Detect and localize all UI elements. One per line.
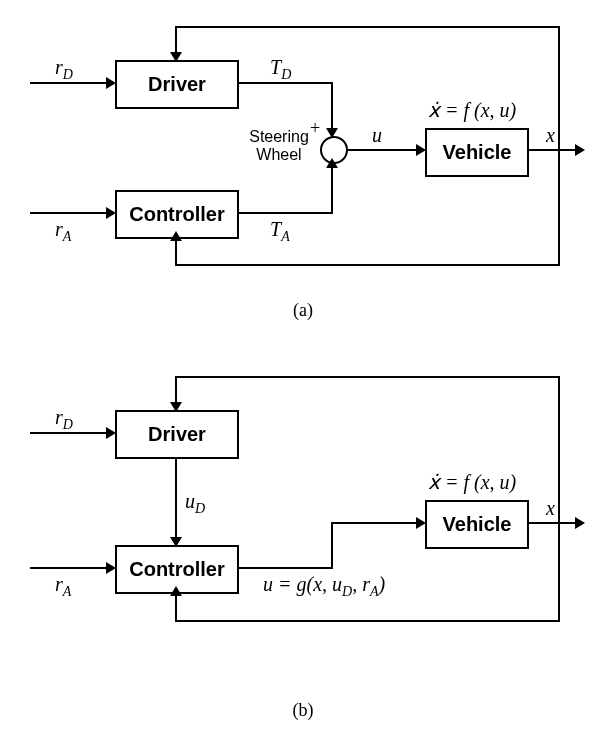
fb-bot-h [175, 264, 560, 266]
driver-label: Driver [148, 73, 206, 96]
fb-bot-arrow [170, 231, 182, 241]
fb-top-arrow [170, 52, 182, 62]
x-line-b [527, 522, 579, 524]
diagram-a: Driver Controller Vehicle + rD rA TD [20, 20, 586, 300]
rA-line-b [30, 567, 110, 569]
diagram-b: Driver Controller Vehicle rD rA uD [20, 370, 586, 700]
caption-b: (b) [0, 700, 606, 721]
u-hline2 [331, 522, 420, 524]
TA-arrow [326, 158, 338, 168]
steering-annotation: Steering Wheel [244, 128, 314, 163]
TD-label: TD [270, 56, 291, 83]
u-vline [331, 522, 333, 569]
driver-block: Driver [115, 60, 239, 109]
u-label: u [372, 124, 382, 147]
rD-label: rD [55, 56, 73, 83]
fb-bot-v-b [558, 522, 560, 622]
ueq-label: u = g(x, uD, rA) [263, 573, 385, 600]
x-line [527, 149, 579, 151]
vehicle-block-b: Vehicle [425, 500, 529, 549]
driver-label-b: Driver [148, 423, 206, 446]
fb-bot-h-b [175, 620, 560, 622]
vehicle-label-b: Vehicle [443, 513, 512, 536]
TA-vline [331, 164, 333, 214]
fb-bot-v2 [175, 237, 177, 266]
fb-top-v-b [558, 376, 560, 524]
rA-arrow [106, 207, 116, 219]
fb-bot-arrow-b [170, 586, 182, 596]
dyn-label: ẋ = f (x, u) [428, 98, 516, 122]
uD-arrow [170, 537, 182, 547]
x-arrow-b [575, 517, 585, 529]
fb-top-h-b [175, 376, 560, 378]
rD-arrow-b [106, 427, 116, 439]
TD-vline [331, 82, 333, 134]
u-arrow-b [416, 517, 426, 529]
u-arrow [416, 144, 426, 156]
rA-label-b: rA [55, 573, 71, 600]
uD-label: uD [185, 490, 205, 517]
x-label-b: x [546, 497, 555, 520]
page: Driver Controller Vehicle + rD rA TD [0, 0, 606, 748]
TA-hline [237, 212, 333, 214]
vehicle-block: Vehicle [425, 128, 529, 177]
x-label: x [546, 124, 555, 147]
controller-label-b: Controller [129, 558, 225, 581]
dyn-label-b: ẋ = f (x, u) [428, 470, 516, 494]
rA-label: rA [55, 218, 71, 245]
rD-label-b: rD [55, 406, 73, 433]
rA-line [30, 212, 110, 214]
u-hline1 [237, 567, 333, 569]
caption-a: (a) [0, 300, 606, 321]
u-line [346, 149, 420, 151]
rD-arrow [106, 77, 116, 89]
vehicle-label: Vehicle [443, 141, 512, 164]
TA-label: TA [270, 218, 290, 245]
fb-bot-v [558, 149, 560, 266]
fb-top-h [175, 26, 560, 28]
fb-top-v [558, 26, 560, 151]
fb-bot-v2-b [175, 592, 177, 622]
TD-arrow [326, 128, 338, 138]
x-arrow [575, 144, 585, 156]
uD-vline [175, 457, 177, 541]
driver-block-b: Driver [115, 410, 239, 459]
fb-top-arrow-b [170, 402, 182, 412]
controller-label: Controller [129, 203, 225, 226]
rA-arrow-b [106, 562, 116, 574]
